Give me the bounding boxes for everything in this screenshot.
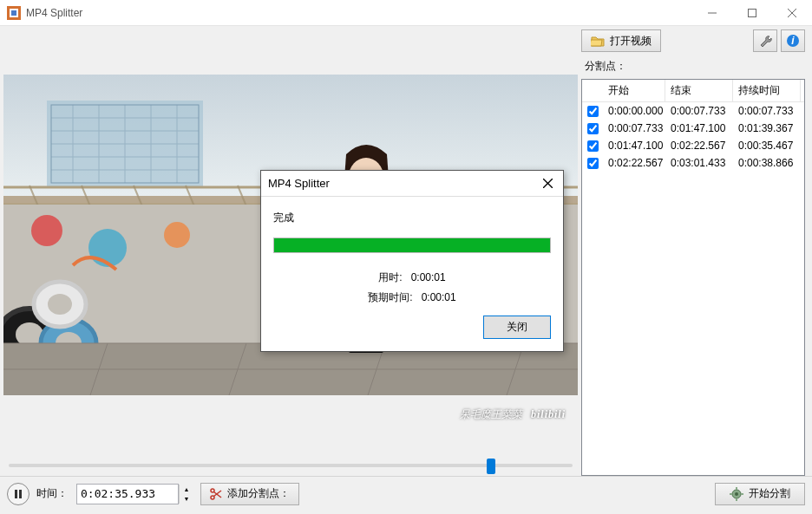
row-checkbox[interactable] [587, 158, 599, 169]
svg-point-66 [211, 489, 214, 492]
cell-duration: 0:00:38.866 [733, 157, 801, 169]
svg-rect-64 [15, 490, 17, 498]
col-duration[interactable]: 持续时间 [733, 80, 801, 101]
start-split-label: 开始分割 [749, 486, 790, 501]
cell-end: 0:02:22.567 [665, 140, 733, 152]
elapsed-value: 0:00:01 [411, 271, 446, 283]
cell-duration: 0:00:35.467 [733, 140, 801, 152]
dialog-close-ok-button[interactable]: 关闭 [483, 316, 551, 339]
pause-icon [13, 489, 23, 499]
svg-point-37 [164, 222, 190, 248]
dialog-title: MP4 Splitter [268, 177, 539, 190]
cell-start: 0:00:07.733 [603, 122, 665, 134]
svg-point-45 [48, 294, 72, 315]
open-video-button[interactable]: 打开视频 [581, 29, 661, 52]
start-split-button[interactable]: 开始分割 [715, 483, 805, 505]
table-row[interactable]: 0:02:22.567 0:03:01.433 0:00:38.866 [582, 154, 804, 172]
table-row[interactable]: 0:00:07.733 0:01:47.100 0:01:39.367 [582, 120, 804, 137]
cell-duration: 0:01:39.367 [733, 122, 801, 134]
cell-start: 0:00:00.000 [603, 105, 665, 117]
svg-point-71 [735, 492, 738, 496]
split-points-label: 分割点： [581, 59, 805, 74]
time-spin-up[interactable]: ▲ [180, 485, 193, 494]
window-titlebar: MP4 Splitter [0, 0, 812, 26]
cell-duration: 0:00:07.733 [733, 105, 801, 117]
svg-point-36 [88, 229, 127, 267]
cell-start: 0:02:22.567 [603, 157, 665, 169]
time-input[interactable] [76, 484, 179, 504]
row-checkbox[interactable] [587, 106, 599, 117]
time-label: 时间： [36, 486, 68, 501]
split-points-table: 开始 结束 持续时间 0:00:00.000 0:00:07.733 0:00:… [581, 79, 805, 476]
elapsed-label: 用时: [378, 271, 402, 283]
svg-rect-74 [730, 493, 732, 495]
play-pause-button[interactable] [7, 483, 29, 505]
close-icon [543, 179, 553, 188]
maximize-button[interactable] [732, 0, 772, 26]
svg-point-67 [211, 496, 214, 499]
settings-button[interactable] [753, 29, 777, 52]
dialog-status: 完成 [273, 211, 551, 225]
col-end[interactable]: 结束 [665, 80, 733, 101]
svg-rect-73 [736, 498, 737, 501]
cell-start: 0:01:47.100 [603, 140, 665, 152]
row-checkbox[interactable] [587, 123, 599, 134]
info-icon: i [786, 34, 800, 48]
app-icon [7, 6, 21, 20]
cell-end: 0:03:01.433 [665, 157, 733, 169]
svg-rect-65 [19, 490, 22, 498]
table-row[interactable]: 0:00:00.000 0:00:07.733 0:00:07.733 [582, 102, 804, 120]
close-button[interactable] [772, 0, 812, 26]
expected-label: 预期时间: [368, 291, 412, 303]
gear-run-icon [730, 487, 743, 501]
svg-rect-72 [736, 487, 737, 490]
minimize-button[interactable] [692, 0, 732, 26]
svg-rect-2 [11, 10, 16, 16]
col-start[interactable]: 开始 [603, 80, 665, 101]
svg-rect-75 [741, 493, 743, 495]
progress-bar [273, 237, 551, 253]
dialog-close-button[interactable] [539, 175, 556, 192]
cell-end: 0:00:07.733 [665, 105, 733, 117]
info-button[interactable]: i [781, 29, 805, 52]
progress-dialog: MP4 Splitter 完成 用时: 0:00:01 预期时间: 0:00:0… [260, 170, 564, 352]
cell-end: 0:01:47.100 [665, 122, 733, 134]
window-title: MP4 Splitter [26, 7, 692, 19]
scissors-icon [210, 488, 222, 500]
svg-rect-4 [749, 9, 756, 16]
watermark-site: bilibili [531, 408, 566, 421]
watermark-author: 呆毛魔王菜菜 [460, 407, 522, 422]
time-spin-down[interactable]: ▼ [180, 494, 193, 504]
add-split-point-button[interactable]: 添加分割点： [200, 483, 299, 505]
open-video-label: 打开视频 [610, 34, 652, 49]
expected-value: 0:00:01 [422, 291, 456, 303]
wrench-icon [758, 34, 772, 48]
timeline-thumb[interactable] [487, 459, 495, 474]
add-split-point-label: 添加分割点： [227, 486, 290, 501]
folder-open-icon [591, 35, 605, 47]
table-row[interactable]: 0:01:47.100 0:02:22.567 0:00:35.467 [582, 137, 804, 154]
svg-point-35 [31, 215, 62, 246]
timeline-slider[interactable] [9, 464, 573, 467]
row-checkbox[interactable] [587, 140, 599, 152]
